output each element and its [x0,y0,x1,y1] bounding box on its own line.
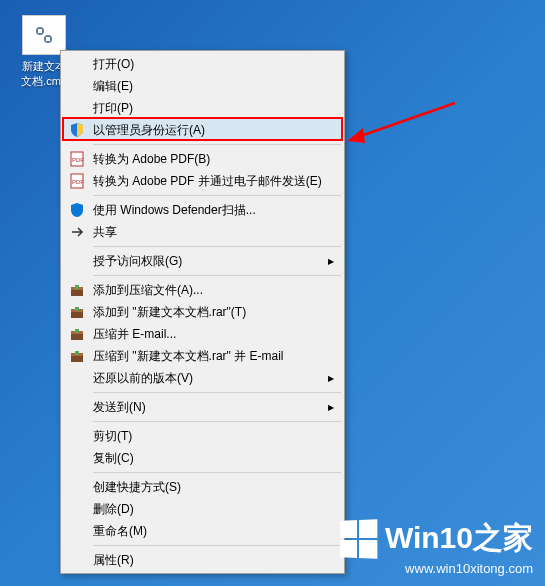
menu-label: 属性(R) [93,552,134,569]
menu-label: 授予访问权限(G) [93,253,182,270]
svg-text:PDF: PDF [72,157,84,163]
menu-share[interactable]: 共享 [63,221,342,243]
shield-icon [69,122,85,138]
menu-compress-email[interactable]: 压缩并 E-mail... [63,323,342,345]
svg-rect-3 [46,37,50,41]
menu-label: 添加到压缩文件(A)... [93,282,203,299]
winrar-icon [69,348,85,364]
menu-print[interactable]: 打印(P) [63,97,342,119]
menu-label: 使用 Windows Defender扫描... [93,202,256,219]
menu-separator [93,472,341,473]
menu-label: 创建快捷方式(S) [93,479,181,496]
menu-open[interactable]: 打开(O) [63,53,342,75]
menu-label: 添加到 "新建文本文档.rar"(T) [93,304,246,321]
svg-rect-2 [38,29,42,33]
pdf-icon: PDF [69,151,85,167]
menu-label: 压缩到 "新建文本文档.rar" 并 E-mail [93,348,284,365]
menu-cut[interactable]: 剪切(T) [63,425,342,447]
menu-run-as-admin[interactable]: 以管理员身份运行(A) [63,119,342,141]
menu-label: 以管理员身份运行(A) [93,122,205,139]
menu-restore-previous[interactable]: 还原以前的版本(V) [63,367,342,389]
watermark-url: www.win10xitong.com [339,561,533,576]
menu-label: 发送到(N) [93,399,146,416]
svg-rect-19 [75,351,79,355]
menu-label: 压缩并 E-mail... [93,326,176,343]
menu-compress-rar-email[interactable]: 压缩到 "新建文本文档.rar" 并 E-mail [63,345,342,367]
menu-separator [93,545,341,546]
menu-separator [93,421,341,422]
menu-add-to-archive[interactable]: 添加到压缩文件(A)... [63,279,342,301]
watermark: Win10之家 www.win10xitong.com [339,518,533,576]
svg-rect-10 [75,285,79,289]
menu-label: 剪切(T) [93,428,132,445]
menu-label: 重命名(M) [93,523,147,540]
menu-label: 转换为 Adobe PDF(B) [93,151,210,168]
menu-defender-scan[interactable]: 使用 Windows Defender扫描... [63,199,342,221]
svg-marker-21 [347,128,365,143]
svg-rect-13 [75,307,79,311]
menu-convert-adobe-email[interactable]: PDF 转换为 Adobe PDF 并通过电子邮件发送(E) [63,170,342,192]
menu-label: 复制(C) [93,450,134,467]
menu-add-to-rar[interactable]: 添加到 "新建文本文档.rar"(T) [63,301,342,323]
annotation-arrow [345,98,465,158]
menu-copy[interactable]: 复制(C) [63,447,342,469]
menu-label: 打印(P) [93,100,133,117]
menu-separator [93,392,341,393]
context-menu: 打开(O) 编辑(E) 打印(P) 以管理员身份运行(A) PDF 转换为 Ad… [60,50,345,574]
share-icon [69,224,85,240]
menu-label: 打开(O) [93,56,134,73]
svg-rect-16 [75,329,79,333]
svg-line-20 [355,103,455,138]
menu-properties[interactable]: 属性(R) [63,549,342,571]
winrar-icon [69,304,85,320]
menu-separator [93,144,341,145]
winrar-icon [69,282,85,298]
menu-edit[interactable]: 编辑(E) [63,75,342,97]
menu-label: 编辑(E) [93,78,133,95]
windows-logo-icon [340,519,377,559]
menu-delete[interactable]: 删除(D) [63,498,342,520]
menu-label: 还原以前的版本(V) [93,370,193,387]
menu-create-shortcut[interactable]: 创建快捷方式(S) [63,476,342,498]
menu-label: 共享 [93,224,117,241]
menu-separator [93,195,341,196]
menu-rename[interactable]: 重命名(M) [63,520,342,542]
menu-label: 删除(D) [93,501,134,518]
svg-text:PDF: PDF [72,179,84,185]
menu-send-to[interactable]: 发送到(N) [63,396,342,418]
menu-convert-adobe-pdf[interactable]: PDF 转换为 Adobe PDF(B) [63,148,342,170]
watermark-brand: Win10之家 [385,518,533,559]
defender-icon [69,202,85,218]
menu-separator [93,275,341,276]
menu-grant-access[interactable]: 授予访问权限(G) [63,250,342,272]
menu-label: 转换为 Adobe PDF 并通过电子邮件发送(E) [93,173,322,190]
pdf-mail-icon: PDF [69,173,85,189]
winrar-icon [69,326,85,342]
menu-separator [93,246,341,247]
cmd-file-icon [22,15,66,55]
